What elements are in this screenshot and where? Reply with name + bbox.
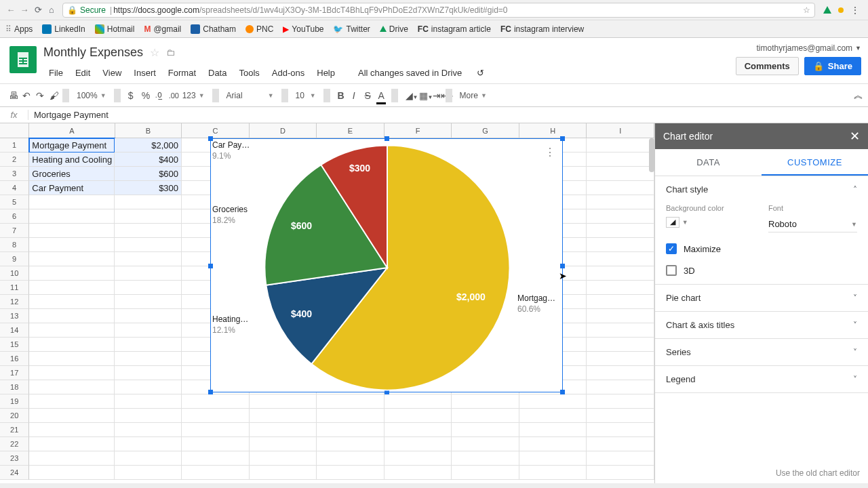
cell[interactable]: $2,000 — [115, 138, 182, 152]
3d-checkbox[interactable]: 3D — [666, 265, 857, 276]
cell[interactable] — [115, 209, 182, 224]
cell[interactable] — [587, 266, 654, 281]
cell[interactable] — [115, 266, 182, 281]
cell[interactable] — [452, 437, 519, 451]
bookmark-hotmail[interactable]: Hotmail — [95, 24, 135, 34]
cell[interactable] — [452, 409, 519, 423]
cell[interactable] — [384, 394, 452, 409]
row-header[interactable]: 22 — [0, 437, 29, 451]
section-series[interactable]: Series˅ — [655, 339, 868, 366]
bookmark-twitter[interactable]: 🐦Twitter — [333, 24, 370, 34]
more-toolbar[interactable]: More▼ — [456, 88, 490, 103]
menu-view[interactable]: View — [97, 65, 127, 81]
currency-icon[interactable]: $ — [125, 87, 137, 104]
star-icon[interactable]: ☆ — [803, 5, 810, 15]
cell[interactable] — [587, 224, 654, 238]
col-header[interactable]: I — [587, 123, 654, 138]
percent-icon[interactable]: % — [138, 87, 151, 104]
merge-icon[interactable]: ⇥⇤▼ — [429, 87, 441, 104]
cell[interactable] — [587, 409, 654, 423]
row-header[interactable]: 21 — [0, 423, 29, 437]
apps-bookmark[interactable]: ⠿Apps — [5, 24, 33, 34]
cell[interactable] — [115, 380, 182, 394]
cell[interactable] — [29, 209, 115, 224]
cell[interactable] — [115, 252, 182, 266]
menu-file[interactable]: File — [43, 65, 68, 81]
cell[interactable] — [115, 409, 182, 423]
folder-icon[interactable]: 🗀 — [166, 47, 175, 58]
row-header[interactable]: 14 — [0, 323, 29, 338]
cell[interactable] — [519, 394, 587, 409]
comments-button[interactable]: Comments — [736, 57, 799, 75]
menu-data[interactable]: Data — [203, 65, 232, 81]
cell[interactable] — [587, 366, 654, 380]
bold-icon[interactable]: B — [334, 87, 347, 104]
formula-input[interactable]: Mortgage Payment — [28, 110, 114, 120]
cell[interactable] — [29, 451, 115, 466]
cell[interactable] — [29, 352, 115, 366]
cell[interactable] — [384, 466, 452, 480]
bg-color-picker[interactable]: ◢ ▼ — [666, 216, 755, 228]
cell[interactable] — [384, 451, 452, 466]
row-header[interactable]: 16 — [0, 352, 29, 366]
history-icon[interactable]: ↺ — [471, 65, 490, 81]
close-icon[interactable]: ✕ — [850, 129, 860, 144]
cell[interactable] — [29, 195, 115, 209]
row-header[interactable]: 10 — [0, 266, 29, 281]
share-button[interactable]: 🔒Share — [804, 57, 861, 75]
cell[interactable] — [317, 394, 384, 409]
row-header[interactable]: 3 — [0, 167, 29, 181]
vertical-scrollbar[interactable] — [649, 138, 654, 172]
cell[interactable] — [115, 195, 182, 209]
cell[interactable] — [29, 366, 115, 380]
bookmark-drive[interactable]: Drive — [380, 24, 408, 34]
cell[interactable] — [317, 409, 384, 423]
cell[interactable] — [29, 224, 115, 238]
chart-menu-icon[interactable]: ⋮ — [545, 146, 555, 159]
cell[interactable] — [587, 181, 654, 195]
bookmark-linkedin[interactable]: LinkedIn — [42, 24, 85, 34]
cell[interactable] — [182, 466, 250, 480]
cell[interactable] — [29, 295, 115, 309]
undo-icon[interactable]: ↶ — [19, 87, 31, 104]
cell[interactable] — [182, 451, 250, 466]
row-header[interactable]: 4 — [0, 181, 29, 195]
cell[interactable] — [587, 323, 654, 338]
cell[interactable]: Heating and Cooling — [29, 152, 115, 167]
font-select-editor[interactable]: Roboto▼ — [768, 216, 857, 232]
maximize-checkbox[interactable]: ✓Maximize — [666, 243, 857, 254]
cell[interactable] — [317, 437, 384, 451]
cell[interactable] — [587, 423, 654, 437]
back-icon[interactable]: ← — [4, 5, 18, 15]
cell[interactable] — [587, 138, 654, 152]
cell[interactable] — [250, 451, 317, 466]
paint-format-icon[interactable]: 🖌 — [46, 87, 58, 104]
cell[interactable] — [250, 437, 317, 451]
cell[interactable] — [29, 409, 115, 423]
cell[interactable] — [452, 451, 519, 466]
cell[interactable] — [250, 394, 317, 409]
cell[interactable] — [115, 295, 182, 309]
cell[interactable] — [519, 466, 587, 480]
cell[interactable] — [587, 167, 654, 181]
tab-data[interactable]: DATA — [655, 149, 762, 176]
cell[interactable] — [115, 423, 182, 437]
tab-customize[interactable]: CUSTOMIZE — [762, 149, 868, 176]
row-header[interactable]: 7 — [0, 224, 29, 238]
row-header[interactable]: 17 — [0, 366, 29, 380]
cell[interactable] — [29, 238, 115, 252]
cell[interactable] — [452, 423, 519, 437]
row-header[interactable]: 1 — [0, 138, 29, 152]
cell[interactable] — [182, 409, 250, 423]
cell[interactable] — [29, 423, 115, 437]
row-header[interactable]: 23 — [0, 451, 29, 466]
col-header[interactable]: H — [519, 123, 587, 138]
row-header[interactable]: 8 — [0, 238, 29, 252]
section-legend[interactable]: Legend˅ — [655, 366, 868, 393]
row-header[interactable]: 11 — [0, 281, 29, 295]
col-header[interactable]: G — [452, 123, 519, 138]
cell[interactable] — [587, 380, 654, 394]
cell[interactable] — [519, 409, 587, 423]
cell[interactable] — [587, 295, 654, 309]
col-header[interactable]: B — [115, 123, 182, 138]
